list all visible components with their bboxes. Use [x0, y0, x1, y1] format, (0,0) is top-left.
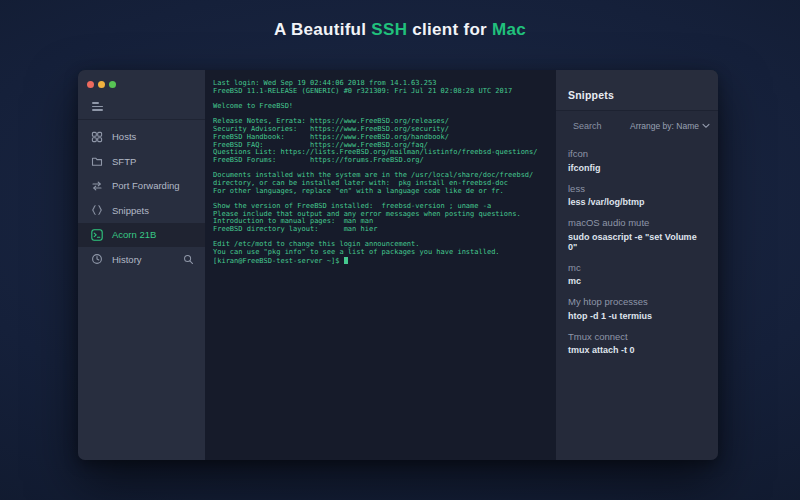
snippet-item[interactable]: ifcon ifconfig	[568, 148, 706, 173]
snippet-command: less /var/log/btmp	[568, 197, 706, 207]
braces-icon	[91, 204, 103, 216]
zoom-window-button[interactable]	[109, 81, 116, 88]
snippet-name: ifcon	[568, 148, 706, 159]
sidebar-item-label: Snippets	[112, 205, 149, 216]
sidebar-item-label: Acorn 21B	[112, 229, 156, 240]
port-forwarding-icon	[91, 180, 103, 192]
snippets-panel: Snippets Arrange by: Name ifcon ifconfig…	[556, 70, 718, 460]
snippet-command: ifconfig	[568, 163, 706, 173]
folder-icon	[91, 155, 103, 167]
terminal-icon	[91, 229, 103, 241]
snippet-name: Tmux connect	[568, 331, 706, 342]
menu-icon[interactable]	[92, 102, 205, 111]
terminal-line: You can use "pkg info" to see a list of …	[213, 249, 556, 257]
snippet-name: macOS audio mute	[568, 217, 706, 228]
sidebar-item-port-forwarding[interactable]: Port Forwarding	[78, 174, 205, 199]
sidebar-item-hosts[interactable]: Hosts	[78, 125, 205, 150]
sidebar-item-label: History	[112, 254, 142, 265]
page-title-ssh: SSH	[371, 20, 407, 39]
terminal-prompt[interactable]: [kiran@FreeBSD-test-server ~]$	[213, 257, 556, 265]
close-window-button[interactable]	[87, 81, 94, 88]
page-title: A Beautiful SSH client for Mac	[0, 20, 800, 40]
minimize-window-button[interactable]	[98, 81, 105, 88]
snippet-command: htop -d 1 -u termius	[568, 311, 706, 321]
snippets-search-input[interactable]	[573, 121, 625, 131]
page-title-middle: client for	[407, 20, 492, 39]
sidebar-item-acorn-21b[interactable]: Acorn 21B	[78, 223, 205, 248]
arrange-by-dropdown[interactable]: Arrange by: Name	[630, 121, 710, 131]
arrange-by-label: Arrange by: Name	[630, 121, 699, 131]
hosts-grid-icon	[91, 131, 103, 143]
snippets-search-row: Arrange by: Name	[556, 111, 718, 141]
snippets-list: ifcon ifconfig less less /var/log/btmp m…	[556, 141, 718, 365]
chevron-down-icon	[702, 123, 710, 129]
snippet-command: sudo osascript -e "set Volume 0"	[568, 232, 706, 252]
window-titlebar	[78, 70, 205, 90]
sidebar-item-label: Hosts	[112, 131, 136, 142]
sidebar-search-icon[interactable]	[183, 254, 194, 265]
snippet-name: My htop processes	[568, 296, 706, 307]
sidebar-item-snippets[interactable]: Snippets	[78, 198, 205, 223]
snippets-panel-title: Snippets	[568, 89, 614, 101]
snippet-item[interactable]: mc mc	[568, 262, 706, 287]
page-title-mac: Mac	[492, 20, 526, 39]
history-clock-icon	[91, 253, 103, 265]
terminal-line: For other languages, replace "en" with a…	[213, 188, 556, 196]
page-title-prefix: A Beautiful	[274, 20, 371, 39]
terminal-line: Welcome to FreeBSD!	[213, 103, 556, 111]
sidebar: Hosts SFTP Port Forwarding Snippets	[78, 70, 205, 460]
snippet-item[interactable]: My htop processes htop -d 1 -u termius	[568, 296, 706, 321]
app-window: Hosts SFTP Port Forwarding Snippets	[78, 70, 718, 460]
terminal-cursor	[344, 257, 348, 264]
sidebar-nav: Hosts SFTP Port Forwarding Snippets	[78, 120, 205, 272]
snippet-command: tmux attach -t 0	[568, 345, 706, 355]
snippet-name: mc	[568, 262, 706, 273]
terminal-line: FreeBSD directory layout: man hier	[213, 226, 556, 234]
snippet-item[interactable]: less less /var/log/btmp	[568, 183, 706, 208]
snippet-item[interactable]: macOS audio mute sudo osascript -e "set …	[568, 217, 706, 252]
prompt-text: [kiran@FreeBSD-test-server ~]$	[213, 257, 344, 265]
terminal-line: FreeBSD 11.1-RELEASE (GENERIC) #0 r32130…	[213, 88, 556, 96]
snippet-command: mc	[568, 276, 706, 286]
sidebar-item-history[interactable]: History	[78, 247, 205, 272]
snippets-panel-header: Snippets	[556, 70, 718, 111]
snippet-item[interactable]: Tmux connect tmux attach -t 0	[568, 331, 706, 356]
terminal-output[interactable]: Last login: Wed Sep 19 02:44:06 2018 fro…	[205, 70, 556, 460]
sidebar-item-sftp[interactable]: SFTP	[78, 149, 205, 174]
terminal-line: FreeBSD Forums: https://forums.FreeBSD.o…	[213, 157, 556, 165]
snippet-name: less	[568, 183, 706, 194]
sidebar-item-label: Port Forwarding	[112, 180, 180, 191]
sidebar-item-label: SFTP	[112, 156, 136, 167]
